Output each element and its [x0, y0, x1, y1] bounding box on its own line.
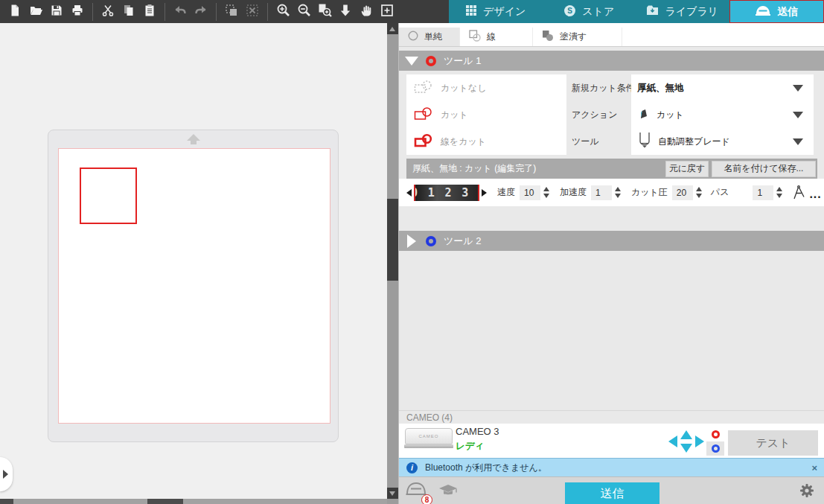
flyout-handle[interactable] [0, 457, 13, 491]
vscroll-up-button[interactable] [387, 23, 398, 34]
vscroll-down-button[interactable] [387, 488, 398, 499]
new-document-icon [8, 4, 22, 20]
tab-fill[interactable]: 塗潰す [533, 28, 622, 46]
action-dropdown[interactable]: カット [631, 101, 814, 128]
main-nav-tabs: デザイン S ストア ライブラリ 送信 [449, 0, 824, 23]
paste-button[interactable] [139, 2, 160, 22]
cut-mode-cut-edge[interactable]: 線をカット [406, 128, 566, 155]
main-toolbar [0, 0, 449, 23]
dial-digits: 0 1 2 3 4 [414, 185, 479, 201]
paste-in-place-button[interactable] [221, 2, 242, 22]
tutorials-button[interactable] [438, 483, 459, 501]
close-icon[interactable]: × [811, 462, 817, 473]
delete-selection-icon [246, 4, 259, 20]
pressure-stepper[interactable] [696, 187, 702, 198]
copy-button[interactable] [118, 2, 139, 22]
new-document-button[interactable] [4, 2, 25, 22]
redo-button[interactable] [191, 2, 211, 22]
zoom-in-button[interactable] [272, 2, 293, 22]
save-as-button[interactable]: 名前を付けて保存... [712, 161, 816, 177]
open-file-button[interactable] [25, 2, 46, 22]
passes-stepper[interactable] [776, 187, 782, 198]
tool-dropdown[interactable]: 自動調整ブレード [631, 128, 814, 155]
speed-input[interactable]: 10 [520, 185, 540, 200]
jog-down-arrow[interactable] [680, 444, 692, 453]
design-shape-square[interactable] [80, 168, 137, 224]
jog-left-arrow[interactable] [668, 436, 677, 447]
undo-icon [173, 4, 188, 20]
paste-in-place-icon [225, 4, 238, 20]
tab-simple[interactable]: 単純 [399, 28, 460, 46]
fit-to-page-button[interactable] [377, 2, 397, 22]
cut-button[interactable] [98, 2, 118, 22]
more-dots: ... [809, 188, 821, 201]
toolbar-separator [92, 3, 93, 21]
scissors-icon [101, 4, 115, 20]
toolbar-separator [267, 3, 268, 21]
cut-mode-cut[interactable]: カット [406, 101, 566, 128]
settings-gear-button[interactable] [799, 483, 814, 501]
tab-design[interactable]: デザイン [449, 0, 543, 23]
tab-line[interactable]: 線 [460, 28, 533, 46]
pressure-input[interactable]: 20 [672, 185, 693, 200]
tool2-title: ツール 2 [444, 235, 481, 248]
horizontal-scrollbar[interactable] [0, 499, 398, 504]
tool1-header[interactable]: ツール 1 [399, 51, 824, 71]
device-row: CAMEO CAMEO 3 レディ テスト [399, 424, 824, 458]
pan-button[interactable] [356, 2, 377, 22]
tool-holder-2[interactable] [706, 441, 724, 456]
delete-selection-button[interactable] [242, 2, 263, 22]
page-area [58, 148, 330, 424]
blade-depth-dial[interactable]: 0 1 2 3 4 [414, 185, 479, 201]
zoom-in-icon [276, 3, 290, 20]
passes-input[interactable]: 1 [753, 185, 773, 200]
test-button[interactable]: テスト [728, 430, 818, 456]
zoom-out-button[interactable] [293, 2, 314, 22]
redo-icon [194, 4, 208, 20]
send-button[interactable]: 送信 [565, 482, 659, 504]
blade-action-icon [637, 106, 651, 124]
vertical-scrollbar[interactable] [387, 23, 398, 504]
revert-button[interactable]: 元に戻す [665, 161, 709, 177]
dial-right-arrow[interactable] [482, 189, 487, 197]
tab-store[interactable]: S ストア [543, 0, 636, 23]
acceleration-param: 加速度 1 [560, 185, 621, 200]
queue-cutter-button[interactable]: 8 [405, 481, 427, 502]
auto-blade-icon [637, 132, 652, 152]
tool-holder-1[interactable] [706, 427, 724, 441]
zoom-out-icon [297, 3, 311, 20]
cut-style-tabs: 単純 線 塗潰す [399, 28, 824, 47]
tab-library[interactable]: ライブラリ [636, 0, 729, 23]
gear-icon [799, 488, 814, 500]
vscroll-thumb[interactable] [387, 199, 398, 281]
dial-digit: 2 [444, 186, 451, 200]
tool2-header[interactable]: ツール 2 [399, 231, 824, 251]
save-button[interactable] [46, 2, 67, 22]
design-canvas [0, 23, 387, 499]
hscroll-left-stub[interactable] [0, 499, 13, 504]
device-thumbnail: CAMEO [405, 428, 453, 444]
tab-send[interactable]: 送信 [729, 0, 824, 23]
acceleration-input[interactable]: 1 [591, 185, 612, 200]
zoom-selection-button[interactable] [314, 2, 335, 22]
material-dropdown[interactable]: 厚紙、無地 [631, 74, 814, 101]
simple-circle-icon [408, 31, 418, 43]
tab-store-label: ストア [582, 5, 614, 19]
jog-right-arrow[interactable] [695, 436, 704, 447]
speed-stepper[interactable] [543, 187, 549, 198]
mat-feed-arrow-icon [187, 134, 200, 141]
cut-mode-no-cut[interactable]: カットなし [406, 74, 566, 101]
device-status: レディ [456, 440, 484, 453]
blade-adjust-button[interactable]: ... [791, 185, 821, 201]
dial-digit: 0 [414, 186, 418, 200]
undo-button[interactable] [170, 2, 191, 22]
drag-zoom-button[interactable] [335, 2, 356, 22]
tool1-title: ツール 1 [444, 54, 481, 68]
pressure-label: カット圧 [631, 186, 668, 199]
condition-bar: 厚紙、無地 : カット (編集完了) 元に戻す 名前を付けて保存... [406, 159, 817, 179]
print-button[interactable] [67, 2, 88, 22]
acceleration-stepper[interactable] [615, 187, 621, 198]
dial-left-arrow[interactable] [406, 189, 412, 197]
jog-up-arrow[interactable] [680, 430, 692, 439]
hscroll-thumb[interactable] [147, 499, 183, 504]
